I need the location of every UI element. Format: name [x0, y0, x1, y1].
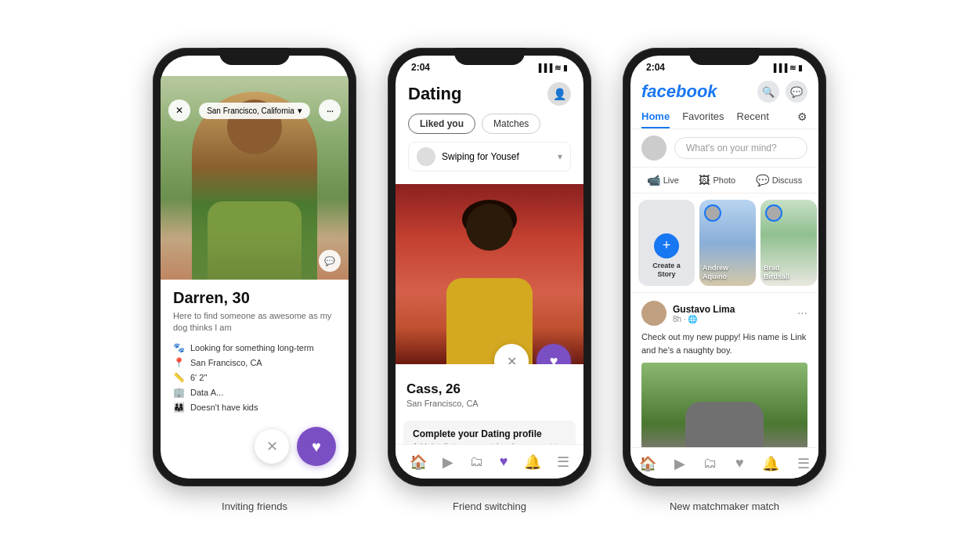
card-dislike-icon: ✕ [507, 354, 517, 365]
kids-icon: 👨‍👩‍👧 [173, 402, 184, 413]
live-label: Live [663, 175, 679, 185]
post-author-avatar [641, 301, 667, 326]
phone2-signal-icons: ▐▐▐ ≋ ▮ [536, 63, 568, 72]
post-author-name: Gustavo Lima [673, 304, 791, 315]
nav-dating-heart-icon[interactable]: ♥ [500, 453, 508, 470]
discuss-button[interactable]: 💬 Discuss [750, 171, 809, 190]
fb-tab-favorites-label: Favorites [682, 110, 724, 122]
fb-nav-video-icon[interactable]: ▶ [674, 455, 685, 472]
messenger-icon: 💬 [790, 86, 803, 98]
card-person-location: San Francisco, CA [406, 399, 573, 408]
filter-icon[interactable]: ⚙ [797, 106, 807, 128]
phone2-notch [454, 48, 525, 65]
create-story-card[interactable]: + Create aStory [638, 200, 695, 286]
facebook-logo: facebook [641, 81, 717, 102]
create-story-label: Create aStory [652, 262, 681, 280]
phone1: 2:04 ▐▐▐ ≋ ▮ ✕ [153, 48, 356, 486]
kids-text: Doesn't have kids [190, 403, 258, 412]
search-button[interactable]: 🔍 [757, 81, 779, 103]
nav-video-icon[interactable]: ▶ [443, 453, 453, 471]
fb-bottom-nav: 🏠 ▶ 🗂 ♥ 🔔 ☰ [630, 447, 818, 479]
photo-button[interactable]: 🖼 Photo [692, 171, 742, 190]
fb-stories-row: + Create aStory AndrewAquino BradBirdsal… [630, 193, 818, 293]
liked-you-tab[interactable]: Liked you [408, 114, 475, 134]
profile-bio: Here to find someone as awesome as my do… [173, 310, 336, 334]
nav-bell-icon[interactable]: 🔔 [524, 453, 541, 471]
phone3-signal-icons: ▐▐▐ ≋ ▮ [771, 63, 803, 72]
messenger-button[interactable]: 💬 [786, 81, 807, 103]
relationship-text: Looking for something long-term [190, 343, 314, 352]
status-placeholder: What's on your mind? [686, 143, 777, 154]
chat-icon: 💬 [324, 256, 335, 266]
height-text: 6' 2" [190, 373, 207, 382]
fb-nav-menu-icon[interactable]: ☰ [797, 455, 810, 472]
fb-status-box: What's on your mind? [630, 129, 818, 168]
dating-app-title: Dating [408, 84, 461, 104]
dislike-icon: ✕ [266, 438, 278, 455]
detail-height: 📏 6' 2" [173, 372, 336, 383]
story-andrew[interactable]: AndrewAquino [699, 200, 756, 286]
more-button[interactable]: ··· [319, 99, 341, 121]
fb-tab-recent[interactable]: Recent [737, 106, 769, 128]
like-button[interactable]: ♥ [297, 427, 336, 466]
phone1-label: Inviting friends [222, 500, 287, 512]
fb-nav-marketplace-icon[interactable]: 🗂 [703, 455, 717, 471]
fb-tab-home[interactable]: Home [641, 106, 670, 128]
matches-label: Matches [493, 118, 529, 129]
fb-header-icons: 🔍 💬 [757, 81, 807, 103]
nav-marketplace-icon[interactable]: 🗂 [470, 453, 484, 470]
phone3-screen: 2:04 ▐▐▐ ≋ ▮ facebook 🔍 💬 [630, 56, 818, 479]
location-icon: 📍 [173, 357, 184, 368]
card-like-button[interactable]: ♥ [536, 344, 571, 364]
phone2-container: 2:04 ▐▐▐ ≋ ▮ Dating 👤 Liked you [388, 48, 591, 512]
nav-home-icon[interactable]: 🏠 [410, 453, 427, 471]
liked-you-label: Liked you [420, 118, 464, 129]
post-text: Check out my new puppy! His name is Link… [641, 331, 807, 356]
fb-nav-tabs: Home Favorites Recent ⚙ [630, 106, 818, 129]
chat-button[interactable]: 💬 [319, 250, 341, 272]
phone1-notch [219, 48, 290, 65]
work-icon: 🏢 [173, 387, 184, 398]
phone1-hero-image: ✕ San Francisco, California ▾ ··· 💬 [161, 76, 349, 280]
phone1-screen: 2:04 ▐▐▐ ≋ ▮ ✕ [161, 56, 349, 479]
profile-avatar-button[interactable]: 👤 [547, 82, 571, 106]
profile-name: Darren, 30 [173, 289, 336, 307]
close-button[interactable]: ✕ [168, 99, 190, 121]
create-story-plus-icon: + [654, 233, 679, 258]
story-andrew-name: AndrewAquino [703, 264, 753, 281]
user-avatar [641, 135, 667, 161]
dating-profile-card: ✕ ♥ [396, 184, 583, 364]
dating-top-section: Dating 👤 Liked you Matches [396, 76, 583, 184]
dislike-button[interactable]: ✕ [255, 429, 289, 464]
story-brad[interactable]: BradBirdsall [760, 200, 817, 286]
location-detail-text: San Francisco, CA [190, 358, 262, 367]
fb-post: Gustavo Lima 8h · 🌐 ··· Check out my new… [630, 293, 818, 464]
live-icon: 📹 [647, 174, 660, 186]
nav-menu-icon[interactable]: ☰ [557, 453, 569, 471]
fb-header: facebook 🔍 💬 [630, 76, 818, 106]
live-button[interactable]: 📹 Live [641, 171, 685, 190]
height-icon: 📏 [173, 372, 184, 383]
phone2-screen: 2:04 ▐▐▐ ≋ ▮ Dating 👤 Liked you [396, 56, 583, 479]
fb-tab-favorites[interactable]: Favorites [682, 106, 724, 128]
fb-nav-heart-icon[interactable]: ♥ [735, 455, 744, 471]
more-icon: ··· [327, 104, 334, 117]
fb-nav-home-icon[interactable]: 🏠 [639, 455, 656, 472]
location-pill[interactable]: San Francisco, California ▾ [199, 103, 310, 119]
card-head [466, 204, 513, 251]
phone1-signal-icons: ▐▐▐ ≋ ▮ [301, 63, 333, 72]
chevron-down-icon: ▾ [558, 151, 562, 162]
phone1-time: 2:04 [176, 62, 195, 73]
discuss-label: Discuss [772, 175, 803, 185]
detail-kids: 👨‍👩‍👧 Doesn't have kids [173, 402, 336, 413]
fb-nav-bell-icon[interactable]: 🔔 [762, 455, 779, 472]
photo-label: Photo [713, 175, 735, 185]
post-more-button[interactable]: ··· [797, 306, 807, 320]
status-input[interactable]: What's on your mind? [674, 137, 807, 159]
card-dislike-button[interactable]: ✕ [494, 344, 529, 364]
matches-tab[interactable]: Matches [482, 114, 540, 134]
fb-tab-home-label: Home [641, 110, 670, 122]
swipe-selector[interactable]: Swiping for Yousef ▾ [408, 142, 571, 172]
chevron-icon: ▾ [298, 106, 302, 116]
heart-icon: ♥ [312, 438, 321, 456]
